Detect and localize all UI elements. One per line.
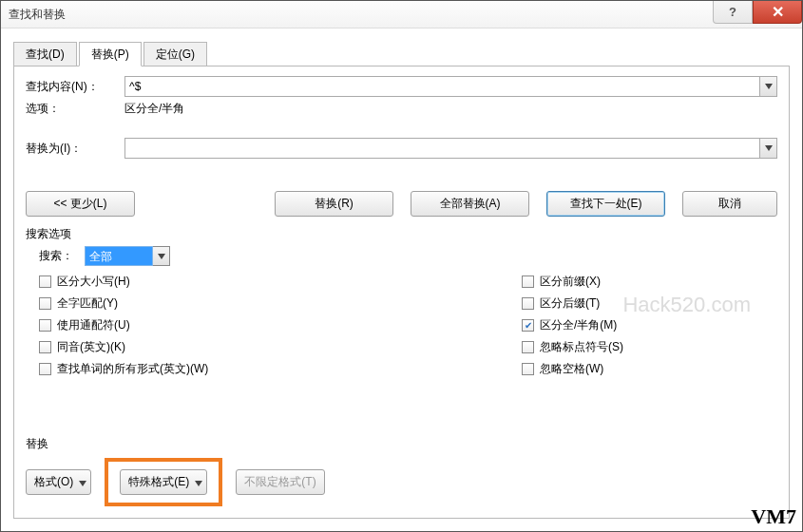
checkbox-column-right: 区分前缀(X) 区分后缀(T) 区分全/半角(M) 忽略标点符号(S) 忽略空格…: [522, 274, 623, 377]
replace-all-button[interactable]: 全部替换(A): [411, 191, 529, 217]
check-prefix[interactable]: 区分前缀(X): [522, 274, 623, 290]
options-row: 选项： 区分全/半角: [26, 101, 777, 117]
replace-combo: [124, 138, 777, 159]
find-combo: [124, 76, 777, 97]
tab-replace[interactable]: 替换(P): [79, 42, 142, 66]
checkbox-column-left: 区分大小写(H) 全字匹配(Y) 使用通配符(U) 同音(英文)(K) 查找单词…: [39, 274, 522, 377]
tab-goto[interactable]: 定位(G): [143, 42, 207, 66]
chevron-down-icon: [195, 476, 202, 489]
checkbox-icon: [522, 276, 534, 288]
replace-dropdown-button[interactable]: [760, 138, 777, 159]
find-label: 查找内容(N)：: [26, 79, 124, 95]
less-button[interactable]: << 更少(L): [26, 191, 135, 217]
action-buttons: << 更少(L) 替换(R) 全部替换(A) 查找下一处(E) 取消: [26, 191, 777, 217]
options-label: 选项：: [26, 101, 124, 117]
bottom-area: 替换 格式(O) 特殊格式(E) 不限定格式(T): [26, 436, 777, 506]
checkbox-icon: [39, 341, 51, 353]
search-direction-select[interactable]: 全部: [85, 246, 170, 266]
check-ignore-spaces[interactable]: 忽略空格(W): [522, 361, 623, 377]
options-value: 区分全/半角: [124, 101, 184, 117]
titlebar: 查找和替换 ? ✕: [1, 1, 802, 28]
replace-label: 替换为(I)：: [26, 141, 124, 157]
check-full-half-width[interactable]: 区分全/半角(M): [522, 317, 623, 333]
no-format-button: 不限定格式(T): [236, 469, 324, 495]
check-word-forms[interactable]: 查找单词的所有形式(英文)(W): [39, 361, 522, 377]
tab-bar: 查找(D) 替换(P) 定位(G): [13, 41, 790, 66]
checkbox-grid: 区分大小写(H) 全字匹配(Y) 使用通配符(U) 同音(英文)(K) 查找单词…: [39, 274, 777, 377]
dialog-window: 查找和替换 ? ✕ 查找(D) 替换(P) 定位(G) 查找内容(N)：: [0, 0, 803, 532]
titlebar-buttons: ? ✕: [713, 1, 802, 28]
close-button[interactable]: ✕: [753, 1, 802, 24]
tab-panel: 查找内容(N)： 选项： 区分全/半角 替换为(I)：: [13, 66, 790, 519]
close-icon: ✕: [772, 3, 784, 21]
check-match-case[interactable]: 区分大小写(H): [39, 274, 522, 290]
checkbox-icon: [522, 363, 534, 375]
find-row: 查找内容(N)：: [26, 76, 777, 97]
replace-button[interactable]: 替换(R): [275, 191, 393, 217]
special-format-highlight: 特殊格式(E): [105, 458, 222, 506]
search-options-label: 搜索选项: [26, 226, 777, 242]
replace-input[interactable]: [124, 138, 760, 159]
help-button[interactable]: ?: [713, 1, 753, 24]
chevron-down-icon: [765, 145, 773, 151]
tab-find[interactable]: 查找(D): [13, 42, 77, 66]
checkbox-icon: [39, 363, 51, 375]
check-sounds-like[interactable]: 同音(英文)(K): [39, 339, 522, 355]
format-button[interactable]: 格式(O): [26, 469, 91, 495]
checkbox-icon: [522, 319, 534, 332]
check-suffix[interactable]: 区分后缀(T): [522, 295, 623, 312]
content-area: 查找(D) 替换(P) 定位(G) 查找内容(N)： 选项： 区分全/半角: [13, 41, 790, 519]
replace-row: 替换为(I)：: [26, 138, 777, 159]
chevron-down-icon: [765, 84, 773, 89]
checkbox-icon: [39, 319, 51, 332]
help-icon: ?: [729, 5, 736, 19]
special-format-button[interactable]: 特殊格式(E): [120, 469, 207, 495]
search-direction-row: 搜索： 全部: [39, 246, 777, 266]
check-ignore-punct[interactable]: 忽略标点符号(S): [522, 339, 623, 355]
bottom-buttons: 格式(O) 特殊格式(E) 不限定格式(T): [26, 458, 777, 506]
checkbox-icon: [39, 276, 51, 288]
checkbox-icon: [39, 297, 51, 310]
bottom-label: 替换: [26, 436, 777, 452]
window-title: 查找和替换: [9, 7, 66, 23]
search-direction-value: 全部: [85, 246, 153, 266]
find-next-button[interactable]: 查找下一处(E): [546, 191, 665, 217]
search-label: 搜索：: [39, 248, 85, 264]
badge-text: VM7: [751, 504, 796, 529]
find-dropdown-button[interactable]: [760, 76, 777, 97]
check-whole-word[interactable]: 全字匹配(Y): [39, 295, 522, 312]
chevron-down-icon: [158, 254, 165, 259]
chevron-down-icon: [79, 476, 86, 489]
cancel-button[interactable]: 取消: [682, 191, 777, 217]
checkbox-icon: [522, 297, 534, 310]
search-direction-drop[interactable]: [153, 246, 170, 266]
check-wildcards[interactable]: 使用通配符(U): [39, 317, 522, 333]
find-input[interactable]: [124, 76, 760, 97]
checkbox-icon: [522, 341, 534, 353]
